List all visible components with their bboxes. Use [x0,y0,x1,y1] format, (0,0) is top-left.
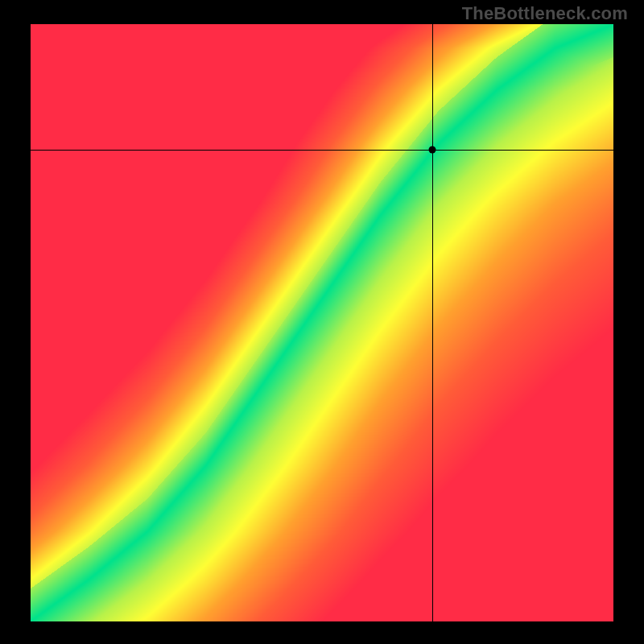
selected-point-marker[interactable] [428,146,436,153]
heatmap-plot-area [31,24,613,621]
crosshair-horizontal [31,150,613,151]
watermark-text: TheBottleneck.com [462,3,628,24]
heatmap-canvas [31,24,613,621]
crosshair-vertical [432,24,433,621]
